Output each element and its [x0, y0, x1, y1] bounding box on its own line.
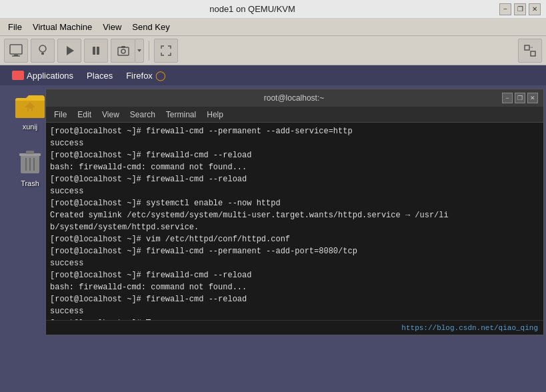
terminal-footer-link: https://blog.csdn.net/qiao_qing: [401, 324, 538, 332]
lightbulb-button[interactable]: [31, 39, 55, 63]
svg-rect-10: [121, 46, 125, 48]
close-button[interactable]: ✕: [529, 3, 541, 15]
terminal-close-button[interactable]: ✕: [527, 93, 538, 103]
desktop: xunij Trash root@localhost:~ − ❐ ✕: [0, 85, 546, 392]
firefox-label: Firefox: [126, 71, 153, 81]
svg-rect-0: [10, 45, 22, 54]
terminal-body[interactable]: [root@localhost ~]# firewall-cmd --perma…: [46, 123, 543, 320]
app-menubar: File Virtual Machine View Send Key: [0, 19, 546, 36]
terminal-line-6: [root@localhost ~]# systemctl enable --n…: [50, 197, 539, 209]
play-button[interactable]: [57, 39, 81, 63]
terminal-line-14: [root@localhost ~]# firewall-cmd --reloa…: [50, 293, 539, 305]
svg-point-9: [121, 49, 125, 53]
window-title: node1 on QEMU/KVM: [5, 4, 499, 14]
terminal-line-9: [root@localhost ~]# vim /etc/httpd/conf/…: [50, 233, 539, 245]
resize-icon: [523, 43, 537, 58]
terminal-line-0: [root@localhost ~]# firewall-cmd --perma…: [50, 125, 539, 137]
fullscreen-icon: [159, 43, 173, 58]
svg-marker-5: [67, 46, 74, 55]
toolbar: [0, 36, 546, 65]
terminal-menu-view[interactable]: View: [97, 109, 125, 121]
terminal-titlebar: root@localhost:~ − ❐ ✕: [46, 89, 543, 107]
applications-label: Applications: [27, 71, 73, 81]
screenshot-control: [111, 39, 144, 63]
terminal-line-1: success: [50, 137, 539, 149]
terminal-line-8: b/systemd/system/httpd.service.: [50, 221, 539, 233]
chevron-down-icon: [136, 47, 143, 54]
title-bar: node1 on QEMU/KVM − ❐ ✕: [0, 0, 546, 19]
restore-button[interactable]: ❐: [514, 3, 526, 15]
svg-rect-6: [93, 47, 95, 55]
terminal-minimize-button[interactable]: −: [502, 93, 513, 103]
terminal-line-3: bash: firewalld-cmd: command not found..…: [50, 161, 539, 173]
screenshot-icon: [116, 43, 131, 58]
terminal-line-15: success: [50, 305, 539, 317]
menu-view[interactable]: View: [97, 21, 127, 33]
fullscreen-button[interactable]: [154, 39, 178, 63]
pause-button[interactable]: [84, 39, 108, 63]
terminal-footer: https://blog.csdn.net/qiao_qing: [46, 320, 543, 335]
terminal-line-7: Created symlink /etc/systemd/system/mult…: [50, 209, 539, 221]
menu-send-key[interactable]: Send Key: [127, 21, 175, 33]
svg-marker-11: [137, 49, 141, 52]
svg-rect-13: [531, 51, 535, 56]
minimize-button[interactable]: −: [499, 3, 511, 15]
places-label: Places: [87, 71, 113, 81]
menu-file[interactable]: File: [3, 21, 27, 33]
applications-icon: [12, 71, 24, 80]
screenshot-button[interactable]: [111, 39, 135, 63]
toolbar-separator: [149, 41, 149, 61]
terminal-win-controls: − ❐ ✕: [502, 93, 538, 103]
terminal-menu-help[interactable]: Help: [201, 109, 229, 121]
terminal-line-12: [root@localhost ~]# firewalld-cmd --relo…: [50, 269, 539, 281]
terminal-line-11: success: [50, 257, 539, 269]
folder-image: [14, 89, 46, 121]
terminal-menu-edit[interactable]: Edit: [72, 109, 97, 121]
play-icon: [62, 43, 77, 58]
terminal-menu-file[interactable]: File: [49, 109, 72, 121]
screenshot-dropdown[interactable]: [135, 39, 144, 63]
menu-virtual-machine[interactable]: Virtual Machine: [27, 21, 97, 33]
panel-applications[interactable]: Applications: [5, 68, 80, 83]
svg-rect-19: [29, 109, 31, 111]
display-icon: [9, 43, 23, 58]
terminal-line-13: bash: firewalld-cmd: command not found..…: [50, 281, 539, 293]
terminal-line-4: [root@localhost ~]# firewall-cmd --reloa…: [50, 173, 539, 185]
terminal-title: root@localhost:~: [86, 93, 502, 103]
resize-button[interactable]: [518, 39, 542, 63]
terminal-line-2: [root@localhost ~]# firewalld-cmd --relo…: [50, 149, 539, 161]
panel-places[interactable]: Places: [80, 68, 119, 83]
terminal-line-10: [root@localhost ~]# firewall-cmd --perma…: [50, 245, 539, 257]
display-button[interactable]: [4, 39, 28, 63]
window-controls: − ❐ ✕: [499, 3, 541, 15]
svg-rect-22: [26, 151, 34, 154]
trash-svg: [17, 147, 43, 176]
lightbulb-icon: [35, 43, 50, 58]
pause-icon: [89, 43, 103, 58]
terminal-menu-terminal[interactable]: Terminal: [161, 109, 201, 121]
terminal-menu-search[interactable]: Search: [125, 109, 161, 121]
svg-rect-12: [525, 45, 529, 50]
trash-label: Trash: [19, 179, 41, 188]
svg-rect-4: [41, 53, 44, 55]
svg-point-3: [39, 45, 46, 52]
svg-rect-7: [97, 47, 99, 55]
panel-firefox[interactable]: Firefox ◯: [119, 67, 173, 83]
folder-svg: [14, 89, 46, 121]
terminal-window: root@localhost:~ − ❐ ✕ File Edit View Se…: [45, 89, 544, 335]
terminal-restore-button[interactable]: ❐: [515, 93, 525, 103]
gnome-panel: Applications Places Firefox ◯: [0, 65, 546, 85]
trash-image: [14, 145, 46, 177]
svg-rect-8: [118, 47, 129, 55]
firefox-icon: ◯: [155, 70, 166, 81]
terminal-menubar: File Edit View Search Terminal Help: [46, 107, 543, 123]
folder-label: xunij: [21, 122, 40, 131]
terminal-line-5: success: [50, 185, 539, 197]
